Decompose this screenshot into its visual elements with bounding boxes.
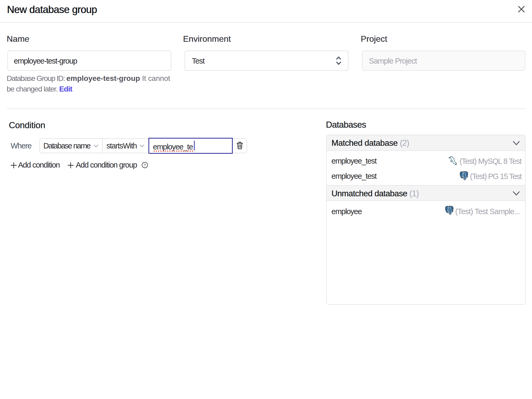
- svg-text:?: ?: [144, 163, 146, 167]
